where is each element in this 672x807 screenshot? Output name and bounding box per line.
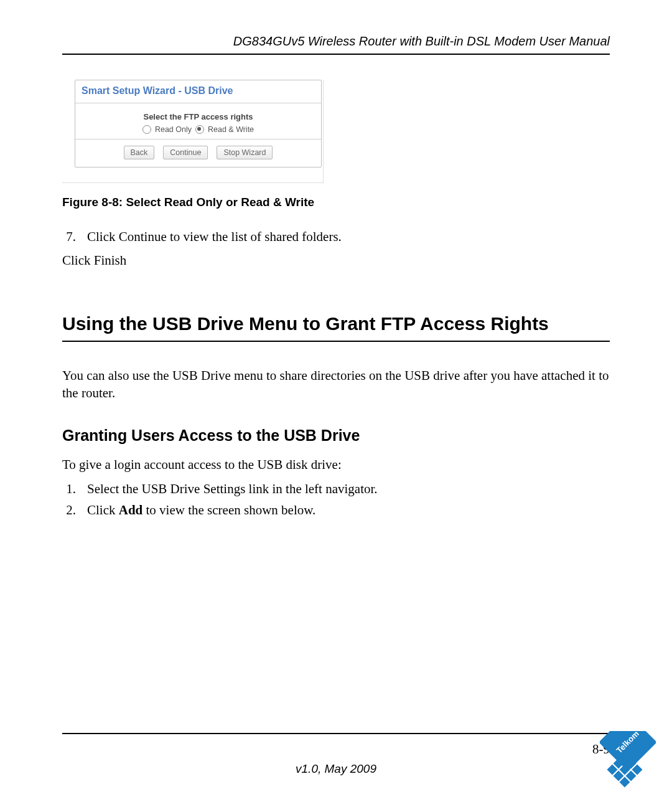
list-item: 2. Click Add to view the screen shown be…	[62, 501, 610, 519]
wizard-prompt: Select the FTP access rights	[143, 112, 253, 121]
footer-rule	[62, 733, 610, 734]
step2-bold: Add	[119, 503, 143, 517]
read-write-radio[interactable]	[195, 125, 204, 134]
step-text: Select the USB Drive Settings link in th…	[87, 480, 378, 498]
subsection-intro: To give a login account access to the US…	[62, 456, 610, 473]
back-button[interactable]: Back	[124, 146, 155, 159]
read-only-radio[interactable]	[142, 125, 151, 134]
list-item: 7. Click Continue to view the list of sh…	[62, 228, 610, 245]
telkom-logo: Telkom	[600, 731, 656, 793]
stop-wizard-button[interactable]: Stop Wizard	[217, 146, 273, 159]
page-number: 8-9	[62, 742, 610, 757]
section-heading: Using the USB Drive Menu to Grant FTP Ac…	[62, 313, 610, 342]
step2-prefix: Click	[87, 503, 119, 517]
section-intro: You can also use the USB Drive menu to s…	[62, 367, 610, 402]
step-text: Click Add to view the screen shown below…	[87, 501, 315, 519]
version-text: v1.0, May 2009	[62, 762, 610, 776]
click-finish-text: Click Finish	[62, 252, 610, 269]
step2-suffix: to view the screen shown below.	[142, 503, 315, 517]
wizard-title: Smart Setup Wizard - USB Drive	[75, 80, 321, 103]
wizard-screenshot-wrap: Smart Setup Wizard - USB Drive Select th…	[62, 80, 324, 183]
header-rule	[62, 54, 610, 55]
setup-wizard-panel: Smart Setup Wizard - USB Drive Select th…	[75, 80, 322, 168]
wizard-buttons: Back Continue Stop Wizard	[75, 139, 321, 167]
telkom-logo-icon: Telkom	[600, 731, 656, 793]
wizard-body: Select the FTP access rights Read Only R…	[75, 103, 321, 139]
list-item: 1. Select the USB Drive Settings link in…	[62, 480, 610, 498]
wizard-radio-group: Read Only Read & Write	[75, 125, 321, 134]
step-list-7: 7. Click Continue to view the list of sh…	[62, 228, 610, 245]
page-content: Smart Setup Wizard - USB Drive Select th…	[62, 80, 610, 519]
figure-caption: Figure 8-8: Select Read Only or Read & W…	[62, 196, 610, 209]
page-footer: 8-9 v1.0, May 2009	[62, 733, 610, 776]
read-only-label: Read Only	[155, 125, 192, 134]
running-header: DG834GUv5 Wireless Router with Built-in …	[62, 34, 610, 49]
subsection-heading: Granting Users Access to the USB Drive	[62, 427, 610, 445]
step-number: 1.	[62, 480, 76, 498]
step-number: 2.	[62, 501, 76, 519]
step-text: Click Continue to view the list of share…	[87, 228, 342, 245]
step-list-access: 1. Select the USB Drive Settings link in…	[62, 480, 610, 519]
continue-button[interactable]: Continue	[163, 146, 208, 159]
read-write-label: Read & Write	[208, 125, 254, 134]
step-number: 7.	[62, 228, 76, 245]
